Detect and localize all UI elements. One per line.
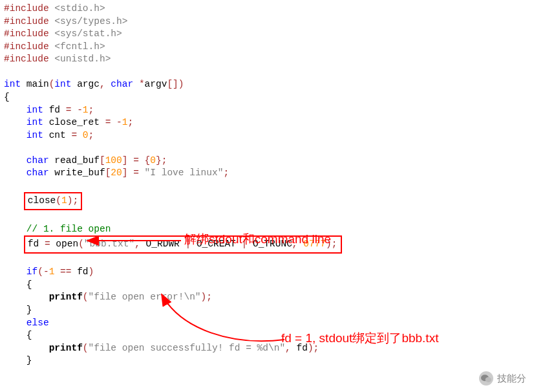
str-i-love-linux: "I love linux" — [145, 168, 224, 178]
wechat-icon — [479, 371, 493, 386]
call-printf-error: printf — [49, 292, 83, 302]
var-read-buf: read_buf — [54, 155, 100, 166]
header-sys-stat: sys/stat.h — [60, 28, 116, 39]
annotation-unbind-stdout: 解绑stdout和command line — [184, 233, 331, 246]
str-open-success: "file open successfully! fd = %d\n" — [89, 343, 286, 353]
code-block: #include <stdio.h> #include <sys/types.h… — [4, 3, 530, 367]
fn-main: main — [27, 79, 49, 89]
svg-point-2 — [486, 377, 491, 382]
var-fd: fd — [49, 105, 60, 115]
str-bbb-txt: "bbb.txt" — [84, 239, 134, 249]
call-close: close — [28, 195, 56, 206]
call-open: open — [56, 239, 78, 249]
highlight-close-stdout: close(1); — [24, 192, 82, 210]
str-open-error: "file open error!\n" — [89, 292, 201, 302]
annotation-fd-stdout-bbb: fd = 1, stdout绑定到了bbb.txt — [281, 332, 438, 345]
var-write-buf: write_buf — [54, 168, 105, 178]
header-fcntl: fcntl.h — [60, 41, 100, 52]
watermark: 技能分 — [479, 371, 526, 386]
header-stdio: stdio.h — [60, 3, 100, 14]
call-printf-success: printf — [49, 343, 83, 353]
comment-file-open: // 1. file open — [27, 224, 111, 234]
header-unistd: unistd.h — [60, 54, 105, 64]
header-sys-types: sys/types.h — [60, 16, 122, 27]
preproc-include: #include — [4, 3, 49, 14]
var-close-ret: close_ret — [49, 117, 100, 127]
watermark-text: 技能分 — [497, 372, 526, 385]
var-cnt: cnt — [49, 130, 66, 140]
